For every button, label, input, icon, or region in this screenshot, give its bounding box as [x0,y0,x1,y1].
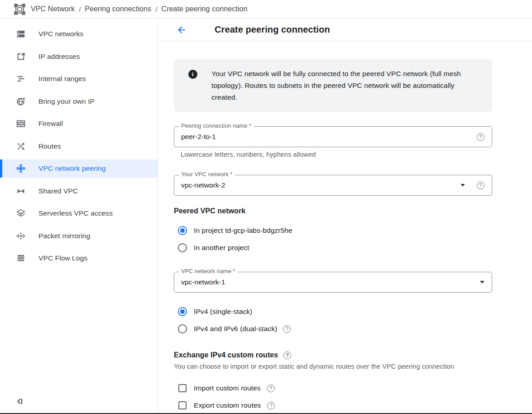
sidebar-item-vpc-flow-logs[interactable]: VPC Flow Logs [0,249,158,267]
main-panel: Create peering connection i Your VPC net… [158,19,532,414]
sidebar-nav: VPC networks IP addresses Internal range… [0,19,158,414]
sidebar-item-internal-ranges[interactable]: Internal ranges [0,70,158,88]
your-vpc-network-value: vpc-network-2 [174,181,460,189]
info-banner-text: Your VPC network will be fully connected… [211,68,479,103]
form-content: i Your VPC network will be fully connect… [158,41,532,414]
vpc-networks-icon [16,29,26,39]
peered-vpc-network-heading: Peered VPC network [174,207,532,215]
sidebar-item-label: VPC network peering [38,164,105,173]
checkbox-import-custom-routes[interactable]: Import custom routes ? [174,380,532,397]
breadcrumb-item-peering-connections[interactable]: Peering connections [85,5,151,13]
sidebar-item-label: VPC networks [38,30,83,38]
your-vpc-network-select[interactable]: Your VPC network * vpc-network-2 ? [174,175,492,196]
help-icon[interactable]: ? [283,325,291,333]
sidebar-item-label: Internal ranges [38,75,86,83]
peering-icon [16,164,26,173]
sidebar-item-label: Packet mirroring [38,232,90,240]
radio-in-another-project[interactable]: In another project [174,239,532,256]
peering-connection-name-input[interactable] [174,133,477,141]
radio-in-project[interactable]: In project td-gcp-labs-bdgzr5he [174,222,532,239]
vpc-network-name-value: vpc-network-1 [174,278,480,286]
field-label: Your VPC network * [179,171,235,178]
help-icon[interactable]: ? [267,385,275,392]
sidebar-item-label: Serverless VPC access [38,209,113,217]
sidebar-item-packet-mirroring[interactable]: Packet mirroring [0,227,158,245]
sidebar-item-shared-vpc[interactable]: Shared VPC [0,182,158,200]
sidebar-item-serverless-vpc-access[interactable]: Serverless VPC access [0,204,158,222]
serverless-vpc-icon [16,208,26,218]
sidebar-item-label: IP addresses [38,53,80,61]
sidebar-item-label: Bring your own IP [38,97,95,106]
flow-logs-icon [16,253,26,263]
field-label: Peering connection name * [179,123,254,129]
breadcrumb: VPC Network / Peering connections / Crea… [0,0,532,19]
chevron-down-icon[interactable] [480,281,484,284]
sidebar-item-vpc-networks[interactable]: VPC networks [0,25,158,43]
sidebar-item-label: Firewall [38,120,63,128]
radio-icon [178,243,187,252]
page-title: Create peering connection [215,24,330,35]
name-helper-text: Lowercase letters, numbers, hyphens allo… [181,151,532,158]
checkbox-icon [178,401,187,409]
vpc-network-logo-icon [14,3,26,15]
checkbox-export-custom-routes[interactable]: Export custom routes ? [174,397,532,414]
back-arrow-icon[interactable] [176,24,187,35]
sidebar-item-label: Shared VPC [38,187,78,195]
breadcrumb-separator: / [79,5,81,13]
radio-icon [178,226,187,235]
breadcrumb-item-vpc-network[interactable]: VPC Network [31,5,75,13]
exchange-routes-heading-text: Exchange IPv4 custom routes [174,351,278,359]
radio-label: IPv4 (single-stack) [194,308,252,316]
radio-label: IPv4 and IPv6 (dual-stack) [194,325,277,333]
radio-label: In project td-gcp-labs-bdgzr5he [194,226,292,235]
field-label: VPC network name * [179,268,238,274]
checkbox-label: Export custom routes [194,401,261,409]
sidebar-item-bring-your-own-ip[interactable]: Bring your own IP [0,92,158,111]
sidebar-item-ip-addresses[interactable]: IP addresses [0,48,158,66]
sidebar-item-routes[interactable]: Routes [0,137,158,155]
exchange-routes-heading: Exchange IPv4 custom routes ? [174,351,532,359]
radio-icon [178,324,187,333]
collapse-sidebar-button[interactable] [15,396,26,407]
info-banner: i Your VPC network will be fully connect… [174,59,492,112]
sidebar-item-firewall[interactable]: Firewall [0,115,158,133]
peering-connection-name-field[interactable]: Peering connection name * ? [174,126,492,147]
breadcrumb-separator: / [155,5,157,13]
help-icon[interactable]: ? [267,402,275,409]
chevron-down-icon[interactable] [460,184,465,187]
info-icon: i [188,70,197,79]
globe-icon [16,96,26,106]
help-icon[interactable]: ? [283,351,291,359]
ip-addresses-icon [16,52,26,62]
help-icon[interactable]: ? [477,182,484,189]
internal-ranges-icon [16,74,26,84]
radio-ipv4-ipv6-dual-stack[interactable]: IPv4 and IPv6 (dual-stack) ? [174,320,532,337]
exchange-routes-description: You can choose to import or export stati… [174,363,532,370]
firewall-icon [16,119,26,129]
page-header: Create peering connection [158,19,532,41]
packet-mirroring-icon [16,231,26,241]
radio-icon [178,307,187,316]
checkbox-icon [178,384,187,392]
breadcrumb-item-create-peering-connection: Create peering connection [161,5,247,13]
sidebar-item-label: VPC Flow Logs [38,254,87,262]
radio-label: In another project [194,244,249,252]
checkbox-label: Import custom routes [194,384,261,392]
radio-ipv4-single-stack[interactable]: IPv4 (single-stack) [174,303,532,320]
sidebar-item-label: Routes [38,142,61,150]
help-icon[interactable]: ? [477,133,484,141]
routes-icon [16,141,26,151]
shared-vpc-icon [16,186,26,196]
vpc-network-name-select[interactable]: VPC network name * vpc-network-1 [174,272,492,293]
sidebar-item-vpc-network-peering[interactable]: VPC network peering [0,159,158,178]
